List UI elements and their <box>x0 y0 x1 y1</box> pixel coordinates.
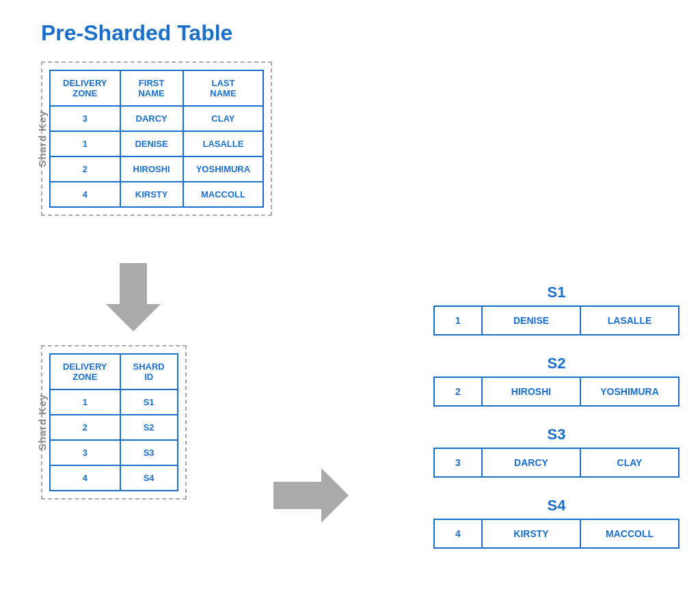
table-row: 3DARCYCLAY <box>50 106 263 131</box>
col-header-first-name: FIRSTNAME <box>120 70 183 106</box>
table-cell: 4 <box>50 182 120 207</box>
shard-group-s2: S22HIROSHIYOSHIMURA <box>433 355 679 407</box>
table-row: 3S3 <box>50 440 178 465</box>
col-header-last-name: LASTNAME <box>183 70 263 106</box>
table-cell: LASALLE <box>183 131 263 156</box>
table-cell: DARCY <box>120 106 183 131</box>
table-cell: 1 <box>50 389 120 415</box>
shard-cell: 1 <box>435 307 483 334</box>
table-row: 1S1 <box>50 389 178 415</box>
table-cell: 1 <box>50 131 120 156</box>
shard-group-s4: S44KIRSTYMACCOLL <box>433 497 679 549</box>
shard-cell: DARCY <box>483 449 581 476</box>
svg-marker-1 <box>273 468 349 523</box>
table-cell: MACCOLL <box>183 182 263 207</box>
page-title: Pre-Sharded Table <box>41 20 232 46</box>
shard-label-s1: S1 <box>433 284 679 301</box>
shard-key-label-top: Shard Key <box>36 110 48 167</box>
svg-marker-0 <box>106 263 161 331</box>
shard-row: 3DARCYCLAY <box>433 448 679 478</box>
sharded-col-delivery-zone: DELIVERYZONE <box>50 354 120 389</box>
table-row: 2S2 <box>50 415 178 440</box>
shard-cell: LASALLE <box>581 307 678 334</box>
table-cell: S3 <box>120 440 178 465</box>
table-cell: S4 <box>120 465 178 491</box>
shard-cell: CLAY <box>581 449 678 476</box>
pre-sharded-section: Shard Key DELIVERYZONE FIRSTNAME LASTNAM… <box>41 61 272 216</box>
shard-cell: KIRSTY <box>483 520 581 547</box>
table-cell: CLAY <box>183 106 263 131</box>
shard-key-label-bottom: Shard Key <box>36 394 48 450</box>
table-cell: 4 <box>50 465 120 491</box>
shard-cell: 2 <box>435 378 483 405</box>
shard-cell: HIROSHI <box>483 378 581 405</box>
shard-row: 4KIRSTYMACCOLL <box>433 519 679 549</box>
sharded-dashed-box: Shard Key DELIVERYZONE SHARDID 1S12S23S3… <box>41 345 187 500</box>
table-cell: 2 <box>50 156 120 182</box>
table-cell: 2 <box>50 415 120 440</box>
shard-cell: 3 <box>435 449 483 476</box>
table-cell: DENISE <box>120 131 183 156</box>
sharded-header-row: DELIVERYZONE SHARDID <box>50 354 178 389</box>
table-cell: 3 <box>50 440 120 465</box>
shard-group-s1: S11DENISELASALLE <box>433 284 679 336</box>
table-header-row: DELIVERYZONE FIRSTNAME LASTNAME <box>50 70 263 106</box>
table-cell: YOSHIMURA <box>183 156 263 182</box>
table-row: 4KIRSTYMACCOLL <box>50 182 263 207</box>
shard-cell: MACCOLL <box>581 520 678 547</box>
table-cell: HIROSHI <box>120 156 183 182</box>
shard-cell: DENISE <box>483 307 581 334</box>
shards-container: S11DENISELASALLES22HIROSHIYOSHIMURAS33DA… <box>433 284 679 568</box>
table-cell: 3 <box>50 106 120 131</box>
pre-sharded-table: DELIVERYZONE FIRSTNAME LASTNAME 3DARCYCL… <box>49 70 264 208</box>
table-row: 4S4 <box>50 465 178 491</box>
table-cell: S1 <box>120 389 178 415</box>
sharded-section: Shard Key DELIVERYZONE SHARDID 1S12S23S3… <box>41 345 187 500</box>
sharded-col-shard-id: SHARDID <box>120 354 178 389</box>
pre-sharded-dashed-box: Shard Key DELIVERYZONE FIRSTNAME LASTNAM… <box>41 61 272 216</box>
shard-label-s3: S3 <box>433 426 679 443</box>
table-cell: S2 <box>120 415 178 440</box>
shard-row: 2HIROSHIYOSHIMURA <box>433 377 679 407</box>
shard-row: 1DENISELASALLE <box>433 305 679 336</box>
arrow-right <box>273 468 349 525</box>
shard-cell: 4 <box>435 520 483 547</box>
shard-cell: YOSHIMURA <box>581 378 678 405</box>
table-row: 1DENISELASALLE <box>50 131 263 156</box>
shard-group-s3: S33DARCYCLAY <box>433 426 679 478</box>
table-cell: KIRSTY <box>120 182 183 207</box>
shard-label-s2: S2 <box>433 355 679 372</box>
col-header-delivery-zone: DELIVERYZONE <box>50 70 120 106</box>
shard-label-s4: S4 <box>433 497 679 515</box>
sharded-table: DELIVERYZONE SHARDID 1S12S23S34S4 <box>49 353 178 491</box>
table-row: 2HIROSHIYOSHIMURA <box>50 156 263 182</box>
arrow-down <box>106 263 161 334</box>
